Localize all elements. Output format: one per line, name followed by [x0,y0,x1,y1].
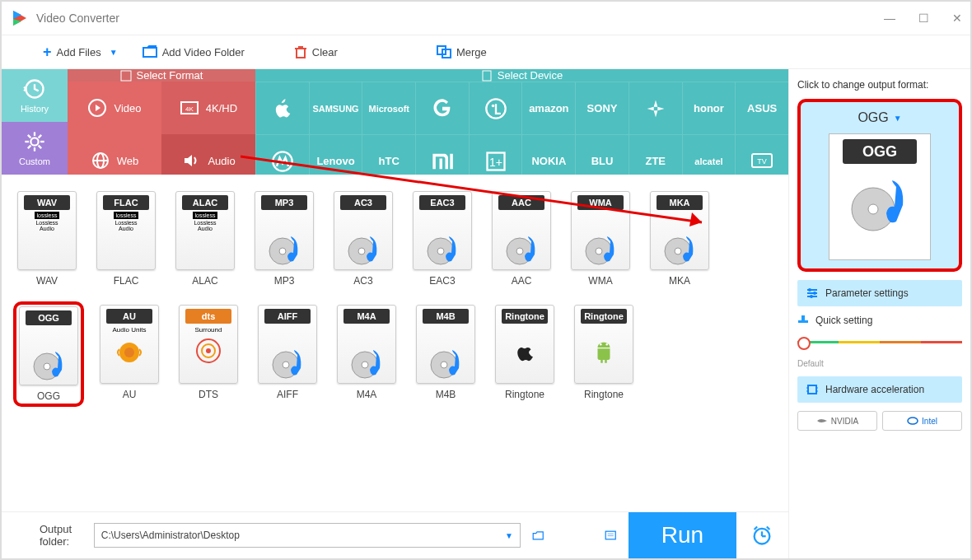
format-wav[interactable]: WAVlosslessLossless AudioWAV [16,191,77,287]
format-alac[interactable]: ALAClosslessLossless AudioALAC [175,191,236,287]
nvidia-icon [816,417,828,425]
format-aac[interactable]: AACAAC [491,191,552,287]
slider-value-label: Default [797,359,962,368]
device-g[interactable] [415,82,469,134]
svg-point-75 [808,288,811,292]
device-huawei[interactable] [629,82,682,134]
output-panel: Click to change output format: OGG ▼ OGG [788,69,970,558]
disc-note-icon [661,230,698,266]
format-label: Ringtone [584,389,624,400]
disc-note-icon [345,230,381,266]
device-amazon[interactable]: amazon [521,82,575,134]
add-files-button[interactable]: + Add Files ▼ [43,44,118,61]
device-lg[interactable] [469,82,522,134]
folder-plus-icon [143,45,157,58]
format-tab-4khd[interactable]: 4K 4K/HD [161,82,255,134]
format-flac[interactable]: FLAClosslessLossless AudioFLAC [96,191,157,287]
chevron-down-icon: ▼ [894,114,902,123]
minimize-button[interactable]: — [884,12,895,25]
format-dts[interactable]: dtsSurroundDTS [178,305,239,404]
format-ringtone[interactable]: RingtoneRingtone [573,305,634,404]
globe-icon [91,151,110,170]
svg-point-38 [279,248,286,254]
format-badge: Ringtone [502,309,548,324]
device-sony[interactable]: SONY [575,82,629,134]
format-header-icon [120,70,132,82]
slider-knob[interactable] [797,337,811,350]
svg-line-17 [28,146,31,149]
svg-point-42 [437,248,444,254]
svg-point-77 [810,295,813,298]
format-mka[interactable]: MKAMKA [649,191,710,287]
format-eac3[interactable]: EAC3EAC3 [412,191,473,287]
quick-icon [797,315,809,326]
custom-tab[interactable]: Custom [2,122,68,175]
select-format-header: Select Format [68,69,255,82]
device-samsung[interactable]: SAMSUNG [309,82,362,134]
device-microsoft[interactable]: Microsoft [362,82,415,134]
nvidia-toggle[interactable]: NVIDIA [797,411,877,431]
svg-point-76 [813,292,816,295]
format-label: FLAC [114,275,139,287]
quality-slider[interactable] [797,334,962,351]
custom-label: Custom [19,156,50,166]
format-label: DTS [199,389,218,400]
format-au[interactable]: AUAudio UnitsAU [99,305,160,404]
disc-note-icon [847,164,913,238]
merge-button[interactable]: Merge [437,45,487,58]
device-header-icon [481,70,493,82]
format-badge: FLAC [103,195,149,210]
task-list-icon[interactable] [605,528,616,543]
format-badge: OGG [26,310,72,325]
play-icon [87,98,107,118]
speaker-icon [181,151,201,170]
format-wma[interactable]: WMAWMA [570,191,631,287]
output-folder-label: Output folder: [40,523,82,548]
format-aiff[interactable]: AIFFAIFF [257,305,318,404]
svg-point-59 [362,362,368,368]
disc-note-icon [269,343,306,380]
svg-marker-22 [96,105,100,111]
format-label: WAV [36,275,58,287]
history-icon [23,77,46,100]
maximize-button[interactable]: ☐ [918,12,929,25]
format-ringtone[interactable]: RingtoneRingtone [494,305,555,404]
intel-toggle[interactable]: Intel [882,411,962,431]
schedule-button[interactable] [748,512,775,558]
output-path: C:\Users\Administrator\Desktop [101,530,240,541]
history-tab[interactable]: History [2,69,68,122]
svg-rect-19 [121,71,131,81]
device-honor[interactable]: honor [682,82,736,134]
format-ac3[interactable]: AC3AC3 [333,191,394,287]
format-tab-video[interactable]: Video [68,82,161,134]
hardware-accel-button[interactable]: Hardware acceleration [797,376,962,403]
format-label: MKA [669,275,690,287]
format-m4a[interactable]: M4AM4A [336,305,397,404]
format-mp3[interactable]: MP3MP3 [254,191,315,287]
output-folder-select[interactable]: C:\Users\Administrator\Desktop ▼ [94,523,521,548]
format-label: AC3 [353,275,372,287]
add-folder-button[interactable]: Add Video Folder [143,45,245,58]
device-apple[interactable] [255,82,309,134]
svg-rect-79 [798,320,808,323]
svg-point-52 [124,348,134,357]
device-asus[interactable]: ASUS [735,82,788,134]
bottom-bar: Output folder: C:\Users\Administrator\De… [2,511,788,558]
format-label: AIFF [277,389,298,400]
format-ogg[interactable]: OGGOGG [16,305,81,404]
svg-point-71 [868,204,878,214]
parameter-settings-button[interactable]: Parameter settings [797,280,962,306]
format-badge: Ringtone [581,309,627,324]
format-badge: AIFF [264,309,311,324]
merge-label: Merge [456,46,487,58]
clear-button[interactable]: Clear [294,44,338,59]
format-badge: AAC [498,195,544,210]
format-m4b[interactable]: M4BM4B [415,305,476,404]
run-button[interactable]: Run [629,512,736,558]
open-folder-icon[interactable] [532,528,544,543]
svg-rect-4 [297,49,305,58]
quick-setting-label: Quick setting [797,315,962,326]
output-format-button[interactable]: OGG ▼ OGG [797,99,962,272]
window-title: Video Converter [36,12,119,25]
close-button[interactable]: ✕ [952,12,962,25]
